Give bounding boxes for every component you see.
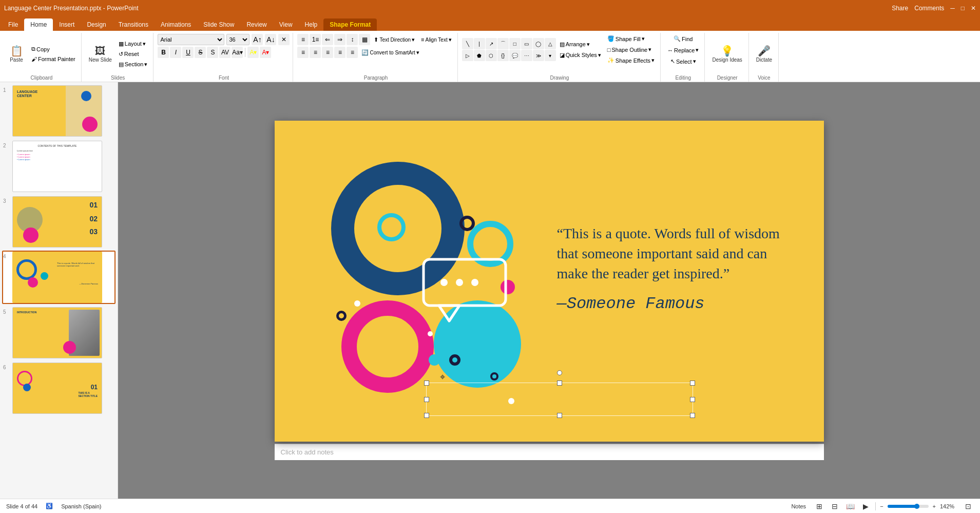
tab-help[interactable]: Help	[299, 18, 324, 31]
paste-button[interactable]: 📋 Paste	[5, 44, 28, 65]
notes-placeholder[interactable]: Click to add notes	[281, 448, 334, 456]
numbered-list-button[interactable]: 1≡	[310, 34, 321, 45]
align-left-button[interactable]: ≡	[297, 47, 309, 58]
align-center-button[interactable]: ≡	[310, 47, 321, 58]
shape-9[interactable]: ▷	[462, 50, 473, 61]
copy-button[interactable]: ⧉ Copy	[29, 44, 78, 54]
slide-thumb-6[interactable]: 6 01 THIS IS ASECTION TITLE	[2, 362, 116, 415]
shadow-button[interactable]: S	[207, 47, 218, 58]
slide-thumb-3[interactable]: 3 01 02 03	[2, 195, 116, 249]
line-spacing-button[interactable]: ↕	[347, 34, 358, 45]
increase-font-button[interactable]: A↑	[252, 34, 263, 45]
shape-7[interactable]: ◯	[533, 38, 544, 49]
shape-10[interactable]: ⬟	[474, 50, 485, 61]
language[interactable]: Spanish (Spain)	[61, 503, 101, 509]
char-spacing-button[interactable]: AV	[219, 47, 230, 58]
replace-button[interactable]: ↔ Replace ▾	[665, 45, 701, 55]
new-slide-button[interactable]: 🖼 New Slide	[86, 44, 115, 65]
slide-canvas[interactable]: “This is a quote. Words full of wisdom t…	[275, 121, 824, 442]
find-button[interactable]: 🔍 Find	[671, 34, 695, 44]
font-size-select[interactable]: 36	[226, 34, 249, 45]
reset-button[interactable]: ↺ Reset	[116, 49, 150, 59]
tab-file[interactable]: File	[2, 18, 24, 31]
maximize-button[interactable]: □	[961, 5, 965, 12]
align-justify-button[interactable]: ≡	[334, 47, 345, 58]
smartart-button[interactable]: 🔄 Convert to SmartArt ▾	[359, 48, 421, 58]
reading-view-button[interactable]: 📖	[844, 501, 856, 512]
highlight-button[interactable]: A▾	[247, 47, 259, 58]
layout-button[interactable]: ▦ Layout ▾	[116, 39, 150, 49]
zoom-slider[interactable]	[888, 505, 929, 508]
tab-home[interactable]: Home	[24, 18, 53, 31]
font-color-button[interactable]: A▾	[260, 47, 271, 58]
arrange-button[interactable]: ▨ Arrange ▾	[557, 40, 604, 49]
zoom-in-button[interactable]: +	[933, 503, 936, 509]
tab-slideshow[interactable]: Slide Show	[197, 18, 240, 31]
zoom-level[interactable]: 142%	[940, 503, 958, 509]
share-button[interactable]: Share	[892, 5, 908, 12]
text-direction-button[interactable]: ⬆ Text Direction ▾	[371, 35, 417, 45]
tab-review[interactable]: Review	[240, 18, 273, 31]
slide-thumb-2[interactable]: 2 CONTENTS OF THIS TEMPLATE Lorem ipsum …	[2, 140, 116, 193]
shape-8[interactable]: △	[545, 38, 556, 49]
tab-design[interactable]: Design	[81, 18, 112, 31]
align-text-button[interactable]: ≡ Align Text ▾	[418, 35, 454, 45]
tab-transitions[interactable]: Transitions	[112, 18, 155, 31]
increase-indent-button[interactable]: ⇒	[334, 34, 345, 45]
decrease-indent-button[interactable]: ⇐	[322, 34, 333, 45]
shape-15[interactable]: ≫	[533, 50, 544, 61]
quote-text[interactable]: “This is a quote. Words full of wisdom t…	[557, 223, 798, 313]
accessibility-icon[interactable]: ♿	[46, 503, 53, 509]
decrease-font-button[interactable]: A↓	[265, 34, 276, 45]
tab-animations[interactable]: Animations	[155, 18, 197, 31]
strikethrough-button[interactable]: S	[195, 47, 206, 58]
comments-button[interactable]: Comments	[914, 5, 944, 12]
underline-button[interactable]: U	[182, 47, 194, 58]
font-family-select[interactable]: Arial	[158, 34, 224, 45]
shape-5[interactable]: □	[509, 38, 521, 49]
presenter-view-button[interactable]: ▶	[860, 501, 871, 512]
clear-format-button[interactable]: ✕	[278, 34, 290, 45]
normal-view-button[interactable]: ⊞	[814, 501, 825, 512]
tab-view[interactable]: View	[273, 18, 299, 31]
zoom-out-button[interactable]: −	[880, 503, 883, 509]
shape-3[interactable]: ↗	[486, 38, 497, 49]
bold-button[interactable]: B	[158, 47, 169, 58]
quick-styles-button[interactable]: ◪ Quick Styles ▾	[557, 50, 604, 60]
font-case-button[interactable]: Aa▾	[232, 47, 243, 58]
format-painter-button[interactable]: 🖌 Format Painter	[29, 54, 78, 64]
align-distributed-button[interactable]: ≡	[347, 47, 358, 58]
italic-button[interactable]: I	[170, 47, 181, 58]
fit-slide-button[interactable]: ⊡	[963, 501, 974, 512]
notes-area[interactable]: Click to add notes	[275, 444, 824, 460]
shape-1[interactable]: ╲	[462, 38, 473, 49]
shape-11[interactable]: ⬡	[486, 50, 497, 61]
tab-shape-format[interactable]: Shape Format	[323, 18, 377, 31]
canvas-area[interactable]: “This is a quote. Words full of wisdom t…	[118, 82, 980, 499]
select-button[interactable]: ↖ Select ▾	[668, 56, 699, 66]
tab-insert[interactable]: Insert	[53, 18, 81, 31]
shape-effects-button[interactable]: ✨ Shape Effects ▾	[605, 55, 657, 65]
design-ideas-button[interactable]: 💡 Design Ideas	[709, 44, 745, 65]
shapes-more[interactable]: ▾	[545, 50, 556, 61]
slide-thumb-1[interactable]: 1 LANGUAGECENTER	[2, 84, 116, 138]
shape-14[interactable]: ⋯	[521, 50, 532, 61]
shape-12[interactable]: {}	[497, 50, 509, 61]
shape-13[interactable]: 💬	[509, 50, 521, 61]
align-right-button[interactable]: ≡	[322, 47, 333, 58]
shape-4[interactable]: ⌒	[497, 38, 509, 49]
rotate-handle[interactable]	[557, 370, 562, 375]
slide-thumb-5[interactable]: 5 INTRODUCTION	[2, 306, 116, 359]
notes-button[interactable]: Notes	[787, 502, 810, 511]
bullet-list-button[interactable]: ≡	[297, 34, 309, 45]
close-button[interactable]: ✕	[971, 5, 976, 12]
slide-thumb-4[interactable]: 4 This is a quote. Words full of wisdom …	[2, 251, 116, 304]
shape-6[interactable]: ▭	[521, 38, 532, 49]
shape-outline-button[interactable]: □ Shape Outline ▾	[605, 45, 657, 54]
shape-fill-button[interactable]: 🪣 Shape Fill ▾	[605, 34, 657, 44]
dictate-button[interactable]: 🎤 Dictate	[753, 44, 775, 65]
slide-sorter-button[interactable]: ⊟	[829, 501, 840, 512]
columns-button[interactable]: ▦	[359, 34, 370, 45]
minimize-button[interactable]: ─	[950, 5, 955, 12]
section-button[interactable]: ▤ Section ▾	[116, 60, 150, 69]
